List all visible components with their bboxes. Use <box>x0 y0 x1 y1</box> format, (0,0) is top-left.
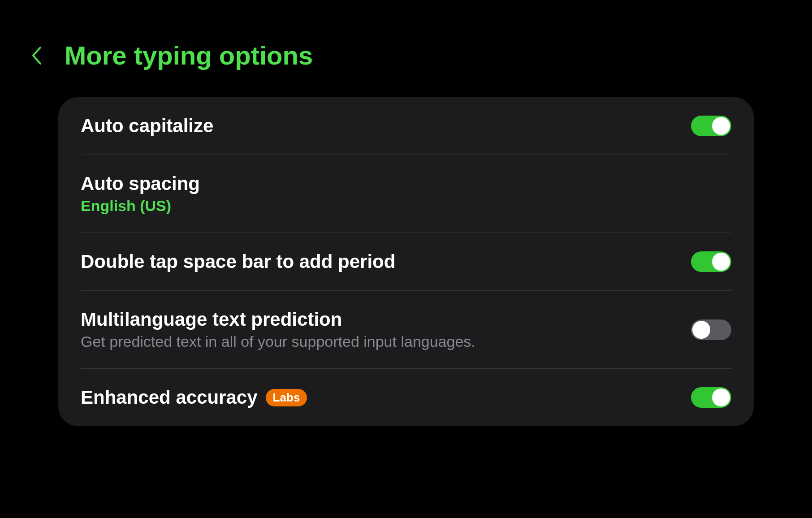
chevron-left-icon <box>31 46 42 65</box>
setting-content: Double tap space bar to add period <box>81 251 691 272</box>
setting-title: Enhanced accuracy Labs <box>81 387 691 408</box>
toggle-knob <box>692 321 710 339</box>
setting-title: Double tap space bar to add period <box>81 251 691 272</box>
setting-auto-spacing[interactable]: Auto spacing English (US) <box>58 155 754 233</box>
page-title: More typing options <box>65 40 313 70</box>
setting-title: Multilanguage text prediction <box>81 309 691 330</box>
setting-content: Multilanguage text prediction Get predic… <box>81 309 691 350</box>
setting-content: Auto capitalize <box>81 115 691 137</box>
setting-content: Enhanced accuracy Labs <box>81 387 691 408</box>
toggle-auto-capitalize[interactable] <box>691 116 731 136</box>
setting-multilanguage[interactable]: Multilanguage text prediction Get predic… <box>58 291 754 368</box>
toggle-multilanguage[interactable] <box>691 319 731 340</box>
settings-card: Auto capitalize Auto spacing English (US… <box>58 97 754 426</box>
setting-content: Auto spacing English (US) <box>81 173 731 215</box>
toggle-knob <box>712 388 730 406</box>
toggle-double-tap[interactable] <box>691 251 731 272</box>
setting-auto-capitalize[interactable]: Auto capitalize <box>58 97 754 155</box>
toggle-enhanced-accuracy[interactable] <box>691 387 731 408</box>
setting-enhanced-accuracy[interactable]: Enhanced accuracy Labs <box>58 369 754 426</box>
setting-title: Auto spacing <box>81 173 731 194</box>
setting-title-text: Enhanced accuracy <box>81 387 258 408</box>
spacer <box>0 426 812 516</box>
back-button[interactable] <box>27 46 47 65</box>
setting-title: Auto capitalize <box>81 115 691 137</box>
labs-badge: Labs <box>266 389 307 406</box>
toggle-knob <box>712 253 730 271</box>
setting-double-tap[interactable]: Double tap space bar to add period <box>58 233 754 290</box>
setting-subtitle: English (US) <box>81 197 731 215</box>
toggle-knob <box>712 117 730 135</box>
setting-subtitle: Get predicted text in all of your suppor… <box>81 333 691 350</box>
page-header: More typing options <box>0 0 812 93</box>
